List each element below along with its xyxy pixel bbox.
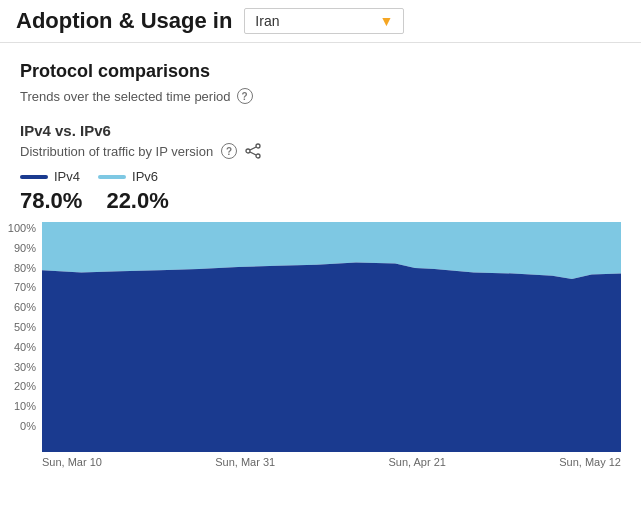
x-label-1: Sun, Mar 10 <box>42 456 102 468</box>
x-label-4: Sun, May 12 <box>559 456 621 468</box>
country-dropdown[interactable]: Iran ▼ <box>244 8 404 34</box>
main-content: Protocol comparisons Trends over the sel… <box>0 43 641 452</box>
svg-point-1 <box>246 149 250 153</box>
chart-legend: IPv4 IPv6 <box>20 169 621 184</box>
ipv4-percentage: 78.0% <box>20 188 82 214</box>
svg-point-2 <box>256 154 260 158</box>
ipv4-color-swatch <box>20 175 48 179</box>
svg-line-4 <box>250 152 256 155</box>
legend-ipv4: IPv4 <box>20 169 80 184</box>
ipv6-color-swatch <box>98 175 126 179</box>
page-header: Adoption & Usage in Iran ▼ <box>0 0 641 43</box>
chart-area: 0% 10% 20% 30% 40% 50% 60% 70% 80% 90% 1… <box>0 222 621 452</box>
help-icon[interactable]: ? <box>237 88 253 104</box>
legend-ipv6: IPv6 <box>98 169 158 184</box>
chart-meta: Distribution of traffic by IP version ? <box>20 143 621 159</box>
chart-container: 0% 10% 20% 30% 40% 50% 60% 70% 80% 90% 1… <box>0 222 621 452</box>
ipv6-label: IPv6 <box>132 169 158 184</box>
chart-plot <box>42 222 621 452</box>
chevron-down-icon: ▼ <box>379 13 393 29</box>
chart-help-icon[interactable]: ? <box>221 143 237 159</box>
percentage-display: 78.0% 22.0% <box>20 188 621 214</box>
chart-title: IPv4 vs. IPv6 <box>20 122 621 139</box>
svg-marker-18 <box>42 263 621 452</box>
ipv4-label: IPv4 <box>54 169 80 184</box>
x-label-2: Sun, Mar 31 <box>215 456 275 468</box>
svg-point-0 <box>256 144 260 148</box>
x-label-3: Sun, Apr 21 <box>388 456 446 468</box>
ipv6-percentage: 22.0% <box>106 188 168 214</box>
chart-svg <box>42 222 621 452</box>
page-title: Adoption & Usage in <box>16 8 232 34</box>
section-subtitle: Trends over the selected time period ? <box>20 88 621 104</box>
section-title: Protocol comparisons <box>20 61 621 82</box>
x-axis: Sun, Mar 10 Sun, Mar 31 Sun, Apr 21 Sun,… <box>0 452 621 468</box>
dropdown-selected: Iran <box>255 13 279 29</box>
share-icon[interactable] <box>245 143 261 159</box>
y-axis: 0% 10% 20% 30% 40% 50% 60% 70% 80% 90% 1… <box>0 222 42 452</box>
svg-line-3 <box>250 147 256 150</box>
